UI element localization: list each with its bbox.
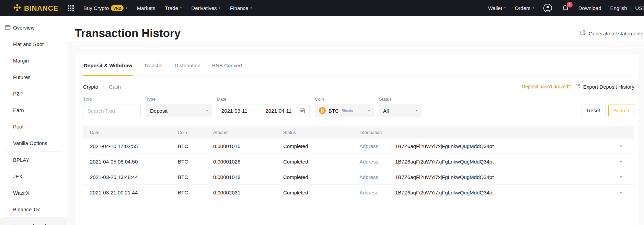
tab-deposit-withdraw[interactable]: Deposit & Withdraw xyxy=(83,55,133,76)
caret-down-icon: ▾ xyxy=(206,109,208,112)
table-header: Date Coin Amount Status Information xyxy=(83,126,634,138)
sidebar-item-wazirx[interactable]: WazirX xyxy=(0,184,67,201)
btc-coin-icon: ₿ xyxy=(319,107,326,114)
sidebar-item-margin[interactable]: Margin xyxy=(0,52,67,69)
sidebar-item-jex[interactable]: JEX xyxy=(0,168,67,184)
caret-down-icon: ▾ xyxy=(416,109,417,112)
sidebar-item-pool[interactable]: Pool xyxy=(0,118,67,135)
bell-icon[interactable]: 4 xyxy=(561,4,570,12)
apps-grid-icon[interactable] xyxy=(68,5,74,11)
coin-label: Coin xyxy=(315,97,374,102)
sidebar-item-p2p[interactable]: P2P xyxy=(0,85,67,102)
table-row: 2021-04-10 17:02:55 BTC 0.00001015 Compl… xyxy=(83,138,634,154)
divider xyxy=(103,84,104,89)
cell-amount: 0.00001015 xyxy=(213,143,283,149)
caret-down-icon: ▾ xyxy=(126,7,127,10)
chevron-down-icon[interactable]: ▾ xyxy=(619,190,634,195)
cell-address: 1B7Z6aqFi2uWYi7xjFgLnkwQugMddQ34pt xyxy=(395,143,494,149)
user-profile-icon[interactable] xyxy=(543,3,552,13)
top-nav: BINANCE Buy Crypto VND ▾ Markets Trade ▾… xyxy=(0,0,644,16)
date-start: 2021-03-11 xyxy=(221,108,248,114)
cell-coin: BTC xyxy=(178,174,213,180)
main-content: Transaction History Generate all stateme… xyxy=(67,16,644,225)
vnd-badge: VND xyxy=(111,5,124,11)
cell-status: Completed xyxy=(283,143,359,149)
status-label: Status xyxy=(379,97,422,102)
tab-bnb-convert[interactable]: BNB Convert xyxy=(211,55,243,76)
wallet-sidebar: Overview Fiat and Spot Margin Futures P2… xyxy=(0,16,67,225)
sidebar-item-bplay[interactable]: BPLAY xyxy=(0,151,67,168)
chevron-down-icon[interactable]: ▾ xyxy=(619,175,634,179)
sidebar-item-earn[interactable]: Earn xyxy=(0,102,67,118)
cell-date: 2021-04-05 08:04:50 xyxy=(90,159,178,165)
cell-coin: BTC xyxy=(178,159,213,165)
external-link-icon xyxy=(580,30,586,37)
cell-status: Completed xyxy=(283,174,359,180)
txid-search-input[interactable] xyxy=(83,104,141,117)
subtab-crypto[interactable]: Crypto xyxy=(83,84,98,90)
deposit-hasnt-arrived-link[interactable]: Deposit hasn't arrived? xyxy=(522,84,571,89)
sidebar-item-futures[interactable]: Futures xyxy=(0,69,67,85)
cell-date: 2021-03-21 00:21:44 xyxy=(90,190,178,195)
export-deposit-history-link[interactable]: Export Deposit History xyxy=(575,83,634,90)
wallet-icon xyxy=(4,24,11,31)
binance-logo[interactable]: BINANCE xyxy=(13,3,58,13)
caret-down-icon: ▾ xyxy=(219,7,221,10)
tab-distribution[interactable]: Distribution xyxy=(174,55,201,76)
table-row: 2021-04-05 08:04:50 BTC 0.00001026 Compl… xyxy=(83,154,634,169)
nav-wallet[interactable]: Wallet ▾ xyxy=(488,5,506,11)
status-select[interactable]: All ▾ xyxy=(379,104,422,117)
cell-coin: BTC xyxy=(178,143,213,149)
sidebar-item-binance-tr[interactable]: Binance TR xyxy=(0,201,67,217)
binance-app: BINANCE Buy Crypto VND ▾ Markets Trade ▾… xyxy=(0,0,644,225)
date-end: 2021-04-11 xyxy=(265,108,291,114)
nav-download[interactable]: Download xyxy=(578,5,601,11)
coin-select[interactable]: ₿ BTC Bitcoin ▾ xyxy=(315,104,374,117)
filter-bar: TxId Type Deposit ▾ Date xyxy=(83,97,634,117)
type-label: Type xyxy=(146,97,212,102)
tab-transfer[interactable]: Transfer xyxy=(143,55,164,76)
generate-statements-link[interactable]: Generate all statements xyxy=(580,30,644,37)
cell-address: 1B7Z6aqFi2uWYi7xjFgLnkwQugMddQ34pt xyxy=(395,190,494,195)
cell-date: 2021-04-10 17:02:55 xyxy=(90,143,178,149)
tab-bar: Deposit & Withdraw Transfer Distribution… xyxy=(83,55,634,76)
brand-name: BINANCE xyxy=(24,4,58,12)
cell-amount: 0.00001018 xyxy=(213,174,283,180)
chevron-down-icon[interactable]: ▾ xyxy=(619,144,634,148)
cell-date: 2021-03-26 13:48:44 xyxy=(90,174,178,180)
txid-label: TxId xyxy=(83,97,141,102)
chevron-down-icon[interactable]: ▾ xyxy=(619,159,634,164)
divider: | xyxy=(631,5,632,11)
nav-finance[interactable]: Finance ▾ xyxy=(230,5,252,11)
type-select[interactable]: Deposit ▾ xyxy=(146,104,212,117)
cell-coin: BTC xyxy=(178,190,213,195)
notification-badge: 4 xyxy=(567,2,573,8)
caret-down-icon: ▾ xyxy=(532,7,534,10)
date-range-picker[interactable]: 2021-03-11 ~ 2021-04-11 xyxy=(217,104,310,117)
caret-down-icon: ▾ xyxy=(368,109,370,112)
nav-markets[interactable]: Markets xyxy=(137,5,155,11)
nav-buy-crypto[interactable]: Buy Crypto VND ▾ xyxy=(83,5,127,11)
sidebar-item-transaction-history[interactable]: Transaction History xyxy=(0,218,67,225)
reset-button[interactable]: Reset xyxy=(582,104,606,117)
nav-orders[interactable]: Orders ▾ xyxy=(515,5,534,11)
currency-selector[interactable]: USD xyxy=(635,5,644,11)
date-label: Date xyxy=(217,97,310,102)
sidebar-item-overview[interactable]: Overview xyxy=(0,19,67,36)
subtab-cash[interactable]: Cash xyxy=(109,84,121,90)
caret-down-icon: ▾ xyxy=(504,7,506,10)
nav-trade[interactable]: Trade ▾ xyxy=(165,5,182,11)
caret-down-icon: ▾ xyxy=(180,7,182,10)
sidebar-item-vanilla-options[interactable]: Vanilla Options xyxy=(0,135,67,151)
cell-address: 1B7Z6aqFi2uWYi7xjFgLnkwQugMddQ34pt xyxy=(395,174,494,180)
language-selector[interactable]: English xyxy=(610,5,627,11)
cell-status: Completed xyxy=(283,190,359,195)
binance-logo-icon xyxy=(13,3,21,13)
search-button[interactable]: Search xyxy=(608,104,634,117)
nav-derivatives[interactable]: Derivatives ▾ xyxy=(191,5,220,11)
caret-down-icon: ▾ xyxy=(250,7,252,10)
calendar-icon xyxy=(299,108,305,114)
deposit-history-table: Date Coin Amount Status Information 2021… xyxy=(83,126,634,200)
sidebar-item-fiat-and-spot[interactable]: Fiat and Spot xyxy=(0,36,67,52)
buy-crypto-label: Buy Crypto xyxy=(83,5,109,11)
